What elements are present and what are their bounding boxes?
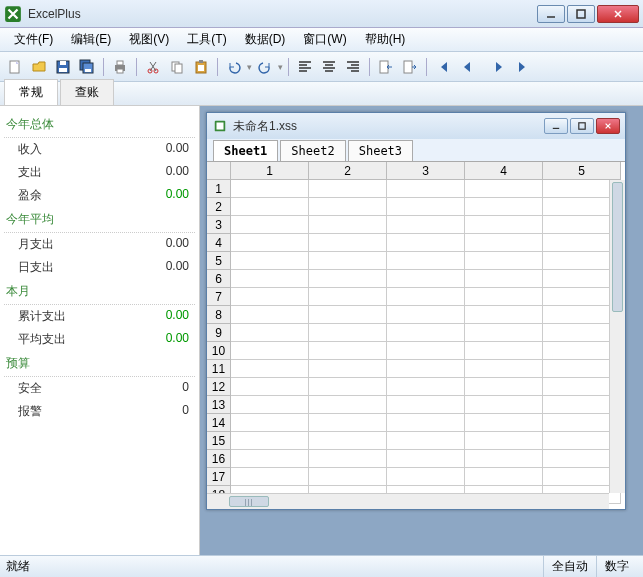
row-header[interactable]: 9 [207, 324, 231, 342]
save-icon[interactable] [52, 56, 74, 78]
child-close-button[interactable] [596, 118, 620, 134]
vertical-scrollbar[interactable] [609, 180, 625, 493]
cell[interactable] [231, 216, 309, 234]
menu-tools[interactable]: 工具(T) [179, 28, 234, 51]
cell[interactable] [231, 306, 309, 324]
cell[interactable] [309, 252, 387, 270]
cell[interactable] [231, 468, 309, 486]
column-header[interactable]: 5 [543, 162, 621, 180]
scrollbar-thumb[interactable] [612, 182, 623, 312]
cell[interactable] [465, 342, 543, 360]
cell[interactable] [309, 432, 387, 450]
menu-window[interactable]: 窗口(W) [295, 28, 354, 51]
cell[interactable] [465, 306, 543, 324]
cell[interactable] [465, 468, 543, 486]
cell[interactable] [231, 234, 309, 252]
row-header[interactable]: 14 [207, 414, 231, 432]
column-header[interactable]: 1 [231, 162, 309, 180]
cell[interactable] [465, 324, 543, 342]
cell[interactable] [309, 180, 387, 198]
undo-dropdown-icon[interactable]: ▾ [247, 62, 252, 72]
cell[interactable] [309, 450, 387, 468]
row-header[interactable]: 2 [207, 198, 231, 216]
side-tab-normal[interactable]: 常规 [4, 79, 58, 105]
row-header[interactable]: 6 [207, 270, 231, 288]
next-icon[interactable] [488, 56, 510, 78]
redo-dropdown-icon[interactable]: ▾ [278, 62, 283, 72]
undo-icon[interactable] [223, 56, 245, 78]
row-header[interactable]: 13 [207, 396, 231, 414]
minimize-button[interactable] [537, 5, 565, 23]
cell[interactable] [309, 198, 387, 216]
align-center-icon[interactable] [318, 56, 340, 78]
menu-edit[interactable]: 编辑(E) [63, 28, 119, 51]
cell[interactable] [387, 180, 465, 198]
cell[interactable] [387, 360, 465, 378]
copy-icon[interactable] [166, 56, 188, 78]
cell[interactable] [309, 396, 387, 414]
sheet-tab-2[interactable]: Sheet2 [280, 140, 345, 161]
align-right-icon[interactable] [342, 56, 364, 78]
import-icon[interactable] [375, 56, 397, 78]
cell[interactable] [231, 252, 309, 270]
first-icon[interactable] [432, 56, 454, 78]
menu-help[interactable]: 帮助(H) [357, 28, 414, 51]
column-header[interactable]: 4 [465, 162, 543, 180]
row-header[interactable]: 15 [207, 432, 231, 450]
cut-icon[interactable] [142, 56, 164, 78]
cell[interactable] [465, 216, 543, 234]
cell[interactable] [387, 324, 465, 342]
new-file-icon[interactable] [4, 56, 26, 78]
last-icon[interactable] [512, 56, 534, 78]
cell[interactable] [387, 252, 465, 270]
cell[interactable] [465, 378, 543, 396]
paste-icon[interactable] [190, 56, 212, 78]
cell[interactable] [309, 270, 387, 288]
cell[interactable] [465, 450, 543, 468]
cell[interactable] [387, 306, 465, 324]
row-header[interactable]: 17 [207, 468, 231, 486]
close-button[interactable] [597, 5, 639, 23]
horizontal-scrollbar[interactable] [207, 493, 609, 509]
cell[interactable] [231, 378, 309, 396]
side-tab-audit[interactable]: 查账 [60, 79, 114, 105]
cell[interactable] [231, 288, 309, 306]
cell[interactable] [387, 234, 465, 252]
cell[interactable] [465, 180, 543, 198]
child-maximize-button[interactable] [570, 118, 594, 134]
cell[interactable] [465, 234, 543, 252]
scrollbar-thumb[interactable] [229, 496, 269, 507]
grid-corner[interactable] [207, 162, 231, 180]
cell[interactable] [309, 342, 387, 360]
cell[interactable] [465, 396, 543, 414]
row-header[interactable]: 16 [207, 450, 231, 468]
cell[interactable] [309, 306, 387, 324]
cell[interactable] [231, 324, 309, 342]
cell[interactable] [309, 216, 387, 234]
cell[interactable] [309, 324, 387, 342]
row-header[interactable]: 8 [207, 306, 231, 324]
cell[interactable] [465, 288, 543, 306]
cell[interactable] [387, 450, 465, 468]
cell[interactable] [231, 342, 309, 360]
cell[interactable] [387, 198, 465, 216]
cell[interactable] [387, 378, 465, 396]
open-file-icon[interactable] [28, 56, 50, 78]
cell[interactable] [309, 234, 387, 252]
row-header[interactable]: 7 [207, 288, 231, 306]
cell[interactable] [309, 414, 387, 432]
cell[interactable] [387, 432, 465, 450]
row-header[interactable]: 12 [207, 378, 231, 396]
column-header[interactable]: 3 [387, 162, 465, 180]
cell[interactable] [387, 216, 465, 234]
cell[interactable] [231, 270, 309, 288]
cell[interactable] [231, 360, 309, 378]
cell[interactable] [387, 288, 465, 306]
row-header[interactable]: 4 [207, 234, 231, 252]
align-left-icon[interactable] [294, 56, 316, 78]
maximize-button[interactable] [567, 5, 595, 23]
cell[interactable] [309, 288, 387, 306]
cell[interactable] [309, 378, 387, 396]
cell[interactable] [465, 252, 543, 270]
spreadsheet-grid[interactable]: 12345123456789101112131415161718 [207, 161, 625, 509]
